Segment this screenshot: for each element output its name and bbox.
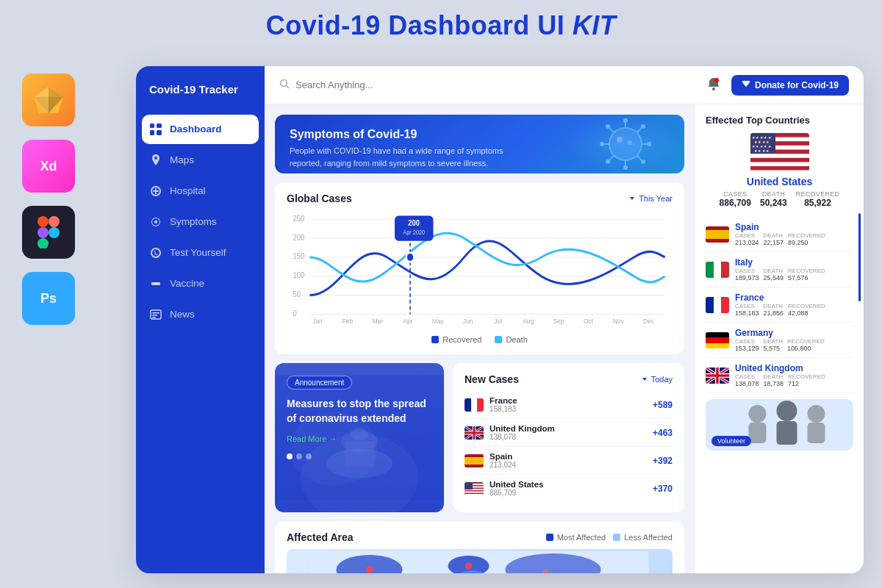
search-box[interactable]	[279, 79, 698, 91]
sidebar-item-news[interactable]: News	[136, 300, 265, 329]
right-panel-title: Effected Top Countries	[706, 115, 853, 126]
svg-text:Jul: Jul	[494, 317, 502, 325]
sidebar-item-hospital[interactable]: Hospital	[136, 176, 265, 206]
recovered-dot	[431, 336, 439, 343]
svg-rect-10	[157, 123, 162, 128]
stat-cases: CASES 886,709	[720, 190, 751, 208]
less-affected-label: Less Affected	[624, 533, 673, 542]
country-item-france[interactable]: France CASES 158,183 DEATH 21,856	[706, 287, 853, 323]
case-count: 886,709	[490, 489, 647, 497]
death-value: 50,243	[760, 198, 787, 208]
svg-rect-91	[465, 482, 473, 490]
svg-text:Jun: Jun	[463, 317, 473, 325]
notification-icon[interactable]	[706, 76, 721, 94]
sidebar: Covid-19 Tracker Dashboard Maps Hospital	[136, 66, 265, 573]
svg-text:Aug: Aug	[523, 317, 534, 325]
germany-flag	[706, 332, 729, 348]
less-affected-legend: Less Affected	[613, 533, 673, 542]
ps-logo: Ps	[22, 272, 75, 325]
svg-point-25	[617, 137, 623, 143]
svg-point-21	[712, 87, 715, 90]
svg-rect-122	[706, 332, 729, 338]
svg-rect-90	[465, 494, 484, 495]
svg-rect-17	[152, 312, 159, 314]
svg-rect-123	[706, 337, 729, 343]
svg-point-15	[155, 282, 157, 284]
italy-flag	[706, 262, 729, 278]
spain-info: Spain CASES 213,024 DEATH 22,157	[735, 222, 853, 246]
carousel-dots	[287, 453, 432, 459]
svg-text:Feb: Feb	[343, 317, 353, 325]
page-title: Covid-19 Dashboard UI KIT	[0, 10, 882, 41]
svg-point-30	[623, 165, 628, 170]
svg-rect-19	[152, 317, 156, 318]
country-item-italy[interactable]: Italy CASES 189,973 DEATH 25,549	[706, 252, 853, 287]
filter-label: This Year	[639, 194, 673, 203]
country-name: Germany	[735, 328, 853, 338]
most-affected-dot	[546, 534, 553, 541]
title-highlight: KIT	[573, 10, 617, 40]
banner-description: People with COVID-19 have had a wide ran…	[290, 145, 510, 169]
sidebar-item-test[interactable]: Test Yourself	[136, 238, 265, 268]
svg-point-28	[623, 118, 628, 123]
hospital-icon	[149, 184, 162, 198]
svg-text:Jan: Jan	[312, 317, 323, 325]
announcement-title: Measures to stop the spread of coronavir…	[287, 397, 432, 426]
volunteer-badge[interactable]: Volunteer	[711, 436, 751, 446]
case-info-spain: Spain 213,024	[490, 452, 647, 469]
recovered-stat: 57,576	[788, 274, 825, 282]
country-name: Spain	[490, 452, 647, 461]
svg-point-99	[366, 566, 373, 573]
svg-text:Oct: Oct	[584, 317, 593, 325]
cases-value: 886,709	[720, 198, 751, 208]
bottom-row: Announcement Measures to stop the spread…	[275, 363, 684, 512]
case-info-uk: United Kingdom 138,078	[490, 424, 647, 441]
cases-stat: 153,129	[735, 345, 759, 352]
sidebar-item-dashboard[interactable]: Dashboard	[142, 115, 259, 144]
svg-rect-7	[37, 238, 49, 248]
dot-1[interactable]	[287, 453, 293, 459]
featured-flag: ★ ★ ★ ★ ★ ★ ★ ★ ★ ★ ★ ★ ★ ★ ★ ★ ★ ★	[750, 133, 809, 171]
country-item-germany[interactable]: Germany CASES 153,129 DEATH 5,575	[706, 323, 853, 358]
svg-rect-128	[749, 423, 767, 443]
affected-area-card: Affected Area Most Affected Less Affecte…	[275, 521, 684, 573]
country-name: United Kingdom	[735, 363, 853, 373]
most-affected-label: Most Affected	[557, 533, 606, 542]
svg-text:Apr: Apr	[403, 317, 412, 325]
svg-rect-107	[750, 162, 809, 167]
donate-button[interactable]: Donate for Covid-19	[731, 75, 849, 96]
right-panel: Effected Top Countries	[695, 104, 864, 573]
dot-3[interactable]	[306, 453, 312, 459]
svg-line-39	[609, 156, 614, 160]
cases-stat: 213,024	[735, 239, 759, 246]
case-item-uk: United Kingdom 138,078 +463	[465, 419, 673, 447]
case-item-france: France 158,183 +589	[465, 391, 673, 419]
svg-text:Mar: Mar	[373, 317, 383, 325]
search-input[interactable]	[295, 79, 698, 90]
svg-text:200: 200	[293, 233, 304, 242]
sidebar-title: Covid-19 Tracker	[136, 82, 265, 115]
death-stat: 22,157	[764, 239, 784, 246]
svg-text:Apr 2020: Apr 2020	[403, 229, 425, 237]
svg-text:★ ★ ★ ★: ★ ★ ★ ★	[754, 148, 770, 153]
new-cases-card: New Cases Today	[453, 363, 684, 512]
sidebar-item-vaccine[interactable]: Vaccine	[136, 269, 265, 298]
flag-us	[465, 482, 484, 495]
svg-point-100	[465, 562, 473, 570]
recovered-label: Recovered	[442, 335, 481, 344]
country-name: United Kingdom	[490, 424, 647, 433]
case-count: 158,183	[490, 405, 647, 413]
test-icon	[149, 246, 162, 259]
year-filter-button[interactable]: This Year	[628, 194, 673, 203]
stat-death: DEATH 50,243	[760, 190, 787, 208]
sidebar-item-maps[interactable]: Maps	[136, 146, 265, 175]
recovered-value: 85,922	[796, 198, 840, 208]
sidebar-item-symptoms[interactable]: Symptoms	[136, 207, 265, 237]
country-item-spain[interactable]: Spain CASES 213,024 DEATH 22,157	[706, 217, 853, 252]
case-new: +370	[653, 484, 673, 494]
read-more-link[interactable]: Read More →	[287, 434, 337, 443]
death-stat: 18,738	[764, 380, 784, 387]
country-item-uk[interactable]: United Kingdom CASES 138,078 DEATH 18,73…	[706, 358, 853, 393]
today-filter-button[interactable]: Today	[641, 375, 673, 384]
dot-2[interactable]	[296, 453, 302, 459]
